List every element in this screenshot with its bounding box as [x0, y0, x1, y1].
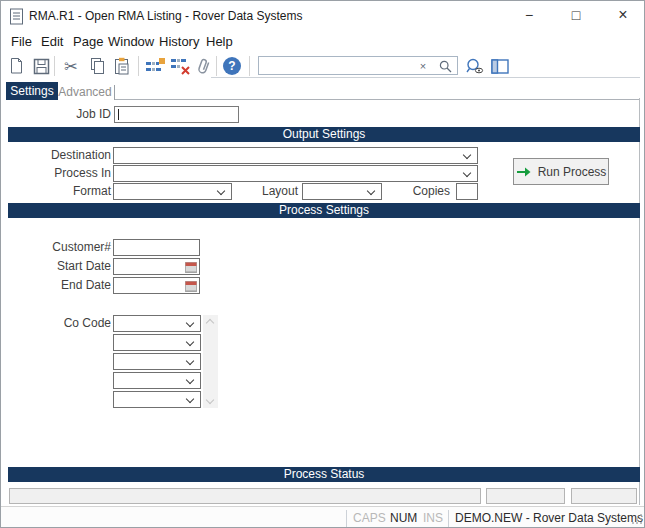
end-date-input[interactable] — [113, 277, 200, 294]
layout-panel-icon[interactable] — [489, 55, 511, 77]
copies-label: Copies — [396, 183, 450, 200]
toolbar: ✂ ? × — [1, 53, 644, 79]
chevron-down-icon — [217, 187, 225, 195]
co-code-label: Co Code — [21, 315, 111, 332]
resize-grip[interactable] — [632, 513, 642, 527]
session-context: DEMO.NEW - Rover Data Systems — [455, 507, 643, 528]
help-question-glyph: ? — [223, 57, 241, 75]
caps-indicator: CAPS — [353, 507, 386, 528]
co-code-select-5[interactable] — [113, 391, 201, 408]
format-select[interactable] — [113, 183, 232, 200]
copy-icon[interactable] — [86, 55, 108, 77]
process-in-select[interactable] — [113, 165, 478, 182]
text-caret — [118, 109, 119, 120]
title-bar[interactable]: RMA.R1 - Open RMA Listing - Rover Data S… — [1, 1, 644, 31]
content-right-border — [639, 98, 640, 505]
chevron-down-icon — [367, 187, 375, 195]
search-box[interactable]: × — [258, 56, 458, 75]
start-date-label: Start Date — [21, 258, 111, 275]
menu-file[interactable]: File — [11, 31, 32, 53]
customer-label: Customer# — [21, 239, 111, 256]
minimize-button[interactable]: − — [512, 1, 546, 31]
window-document-icon — [9, 8, 24, 28]
co-code-select-4[interactable] — [113, 372, 201, 389]
copies-input[interactable] — [456, 183, 478, 200]
chevron-down-icon — [463, 151, 471, 159]
num-indicator: NUM — [390, 507, 417, 528]
cut-icon[interactable]: ✂ — [60, 55, 82, 77]
tabstrip-baseline — [115, 99, 640, 100]
output-settings-header: Output Settings — [8, 127, 640, 142]
menu-help[interactable]: Help — [206, 31, 233, 53]
run-arrow-icon — [516, 166, 531, 178]
tab-settings[interactable]: Settings — [6, 82, 58, 100]
process-settings-header: Process Settings — [8, 203, 640, 218]
co-code-select-2[interactable] — [113, 334, 201, 351]
process-status-header: Process Status — [8, 467, 640, 482]
menu-bar: File Edit Page Window History Help — [1, 31, 644, 53]
scroll-down-icon[interactable] — [206, 396, 214, 404]
process-status-panel-main — [9, 488, 481, 504]
close-button[interactable]: × — [606, 1, 640, 31]
co-code-scrollbar[interactable] — [203, 315, 218, 408]
menu-page[interactable]: Page — [73, 31, 103, 53]
chevron-down-icon — [186, 319, 194, 327]
search-input[interactable] — [261, 57, 421, 74]
start-date-input[interactable] — [113, 258, 200, 275]
chevron-down-icon — [186, 338, 194, 346]
scroll-up-icon[interactable] — [206, 319, 214, 327]
search-clear-icon[interactable]: × — [415, 58, 431, 74]
process-in-label: Process In — [21, 165, 111, 182]
run-process-button[interactable]: Run Process — [513, 158, 609, 185]
ins-indicator: INS — [423, 507, 443, 528]
menu-window[interactable]: Window — [108, 31, 154, 53]
insert-rows-icon[interactable] — [144, 55, 166, 77]
calendar-icon[interactable] — [185, 280, 197, 292]
run-process-label: Run Process — [538, 165, 607, 179]
toolbar-separator — [216, 56, 217, 76]
end-date-label: End Date — [21, 277, 111, 294]
process-status-panel-3 — [571, 488, 637, 504]
tab-advanced[interactable]: Advanced — [58, 84, 112, 100]
attachment-icon[interactable] — [192, 55, 214, 77]
destination-select[interactable] — [113, 147, 478, 164]
calendar-icon[interactable] — [185, 261, 197, 273]
paste-icon[interactable] — [111, 55, 133, 77]
co-code-select-1[interactable] — [113, 315, 201, 332]
statusbar-separator — [448, 510, 449, 527]
chevron-down-icon — [186, 357, 194, 365]
format-label: Format — [21, 183, 111, 200]
job-id-label: Job ID — [21, 106, 111, 123]
status-bar: CAPS NUM INS DEMO.NEW - Rover Data Syste… — [1, 506, 644, 528]
toolbar-separator — [54, 56, 55, 76]
layout-select[interactable] — [302, 183, 382, 200]
app-window: RMA.R1 - Open RMA Listing - Rover Data S… — [0, 0, 645, 528]
customer-input[interactable] — [113, 239, 200, 256]
chevron-down-icon — [463, 169, 471, 177]
tab-separator — [114, 85, 115, 100]
co-code-select-3[interactable] — [113, 353, 201, 370]
menu-history[interactable]: History — [159, 31, 199, 53]
save-icon[interactable] — [30, 55, 52, 77]
window-title: RMA.R1 - Open RMA Listing - Rover Data S… — [29, 1, 302, 31]
toolbar-bottom-line — [211, 77, 640, 78]
find-view-icon[interactable] — [464, 55, 486, 77]
layout-label: Layout — [241, 183, 298, 200]
menu-edit[interactable]: Edit — [41, 31, 63, 53]
job-id-input[interactable] — [114, 106, 239, 123]
search-icon[interactable] — [437, 58, 453, 74]
chevron-down-icon — [186, 395, 194, 403]
help-icon[interactable]: ? — [221, 55, 243, 77]
destination-label: Destination — [21, 147, 111, 164]
process-status-panel-2 — [486, 488, 565, 504]
chevron-down-icon — [186, 376, 194, 384]
toolbar-separator — [249, 56, 250, 76]
maximize-button[interactable]: □ — [559, 1, 593, 31]
toolbar-separator — [138, 56, 139, 76]
statusbar-separator — [346, 510, 347, 527]
new-icon[interactable] — [5, 55, 27, 77]
delete-rows-icon[interactable] — [169, 55, 191, 77]
